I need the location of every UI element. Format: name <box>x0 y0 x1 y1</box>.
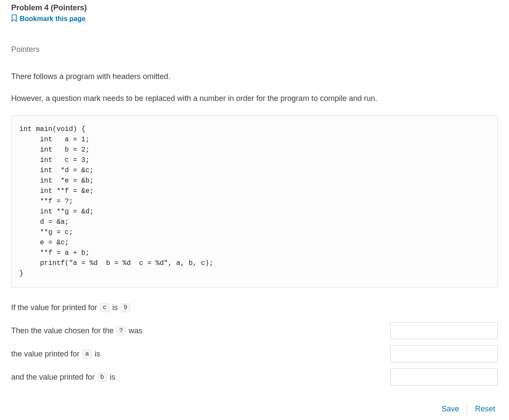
answers-section: If the value for printed for c is 9 Then… <box>11 297 498 387</box>
save-button[interactable]: Save <box>439 403 462 415</box>
code-block: int main(void) { int a = 1; int b = 2; i… <box>11 115 498 288</box>
label-text: the value printed for <box>11 350 80 359</box>
answer-input-a[interactable] <box>390 345 498 362</box>
label-text: Then the value chosen for the <box>11 326 113 335</box>
bookmark-icon <box>11 14 17 24</box>
label-text: and the value printed for <box>11 373 95 382</box>
answer-row-a: the value printed for a is <box>11 344 498 364</box>
label-text: is <box>95 350 100 359</box>
var-pill-a: a <box>82 350 92 359</box>
var-pill-b: b <box>97 373 107 382</box>
label-text: was <box>129 326 142 335</box>
answer-row-c-given: If the value for printed for c is 9 <box>11 297 498 318</box>
answer-row-qmark: Then the value chosen for the ? was <box>11 320 498 341</box>
value-pill-9: 9 <box>120 303 130 312</box>
var-pill-c: c <box>100 303 110 312</box>
bookmark-link[interactable]: Bookmark this page <box>11 14 86 24</box>
footer-buttons: Save Reset <box>11 403 498 415</box>
label-text: is <box>110 373 115 382</box>
var-pill-qmark: ? <box>116 326 126 335</box>
page-title: Problem 4 (Pointers) <box>11 3 498 12</box>
answer-input-b[interactable] <box>390 368 498 386</box>
reset-button[interactable]: Reset <box>472 403 498 415</box>
answer-row-b: and the value printed for b is <box>11 367 498 387</box>
answer-input-qmark[interactable] <box>390 322 498 339</box>
label-text: is <box>112 303 118 312</box>
section-subtitle: Pointers <box>11 45 498 54</box>
button-divider <box>467 404 467 415</box>
intro-paragraph-2: However, a question mark needs to be rep… <box>11 93 498 104</box>
label-text: If the value for printed for <box>11 303 97 312</box>
intro-paragraph-1: There follows a program with headers omi… <box>11 71 498 82</box>
bookmark-label: Bookmark this page <box>20 15 86 23</box>
